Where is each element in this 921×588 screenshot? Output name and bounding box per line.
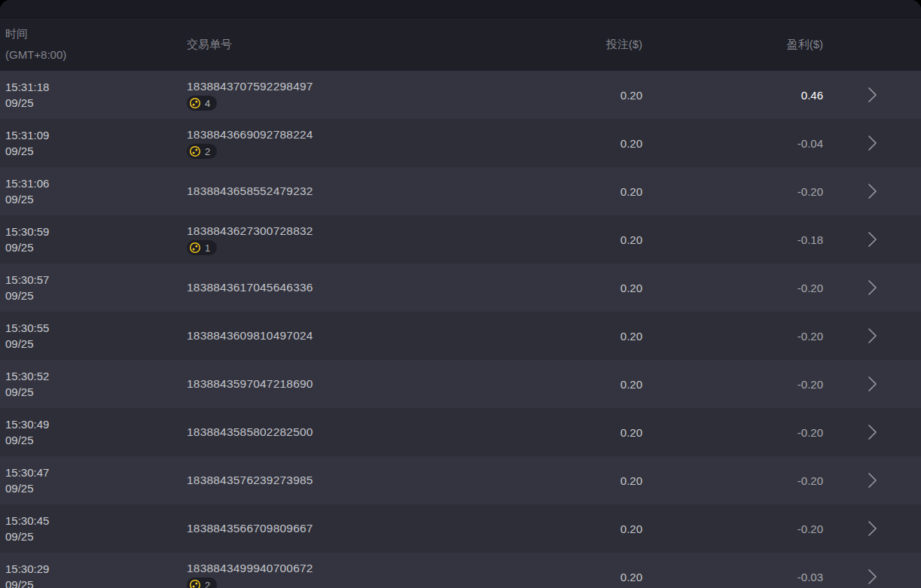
rounds-badge: 1 (187, 240, 217, 255)
chevron-right-icon (868, 183, 877, 200)
bet-amount: 0.20 (492, 137, 642, 150)
chevron-right-icon (868, 279, 877, 296)
profit-amount: -0.20 (642, 426, 823, 439)
row-detail-button[interactable] (823, 87, 921, 103)
rounds-count: 2 (205, 580, 210, 588)
order-cell: 1838843499940700672 2 (181, 561, 492, 588)
bet-amount: 0.20 (492, 330, 642, 343)
chevron-right-icon (868, 328, 877, 344)
column-header-time-line2: (GMT+8:00) (5, 44, 181, 66)
table-row[interactable]: 15:31:09 09/25 1838843669092788224 2 0.2… (0, 119, 921, 167)
rounds-badge: 2 (187, 144, 217, 159)
time-cell: 15:30:29 09/25 (0, 561, 181, 588)
profit-amount: -0.20 (642, 474, 823, 487)
table-row[interactable]: 15:30:49 09/25 1838843585802282500 0.20 … (0, 408, 921, 456)
row-detail-button[interactable] (823, 328, 921, 344)
profit-amount: -0.20 (642, 282, 823, 294)
rounds-icon (189, 579, 201, 588)
time-cell: 15:30:59 09/25 (0, 224, 181, 255)
row-detail-button[interactable] (823, 424, 921, 440)
order-id: 1838843585802282500 (187, 425, 492, 440)
date-value: 09/25 (5, 577, 181, 588)
profit-amount: -0.20 (642, 330, 823, 343)
order-cell: 1838843566709809667 (181, 521, 492, 536)
table-row[interactable]: 15:30:55 09/25 1838843609810497024 0.20 … (0, 312, 921, 360)
table-row[interactable]: 15:30:52 09/25 1838843597047218690 0.20 … (0, 360, 921, 408)
order-cell: 1838843627300728832 1 (181, 224, 492, 255)
order-id: 1838843566709809667 (187, 521, 492, 536)
date-value: 09/25 (5, 480, 181, 496)
date-value: 09/25 (5, 239, 181, 255)
order-cell: 1838843585802282500 (181, 425, 492, 440)
time-value: 15:30:45 (5, 513, 181, 529)
profit-amount: -0.04 (642, 137, 823, 150)
order-id: 1838843707592298497 (187, 79, 492, 94)
profit-amount: 0.46 (642, 89, 823, 102)
date-value: 09/25 (5, 336, 181, 352)
time-value: 15:30:29 (5, 561, 181, 577)
time-cell: 15:30:47 09/25 (0, 465, 181, 496)
time-value: 15:30:47 (5, 465, 181, 480)
order-cell: 1838843669092788224 2 (181, 127, 492, 159)
row-detail-button[interactable] (823, 376, 921, 392)
order-cell: 1838843617045646336 (181, 280, 492, 295)
bet-amount: 0.20 (492, 185, 642, 198)
row-detail-button[interactable] (823, 231, 921, 248)
row-detail-button[interactable] (823, 472, 921, 489)
history-panel: 时间 (GMT+8:00) 交易单号 投注($) 盈利($) 15:31:18 … (0, 0, 921, 588)
chevron-right-icon (868, 87, 877, 103)
column-header-order: 交易单号 (181, 38, 492, 52)
time-value: 15:31:09 (5, 127, 181, 143)
bet-amount: 0.20 (492, 233, 642, 246)
order-id: 1838843597047218690 (187, 376, 492, 391)
table-row[interactable]: 15:31:18 09/25 1838843707592298497 4 0.2… (0, 71, 921, 119)
table-row[interactable]: 15:30:45 09/25 1838843566709809667 0.20 … (0, 504, 921, 553)
row-detail-button[interactable] (823, 135, 921, 151)
chevron-right-icon (868, 472, 877, 489)
row-detail-button[interactable] (823, 183, 921, 200)
bet-amount: 0.20 (492, 282, 642, 294)
table-row[interactable]: 15:30:29 09/25 1838843499940700672 2 0.2… (0, 553, 921, 588)
table-row[interactable]: 15:30:57 09/25 1838843617045646336 0.20 … (0, 264, 921, 312)
chevron-right-icon (868, 568, 877, 585)
date-value: 09/25 (5, 95, 181, 111)
time-value: 15:31:06 (5, 175, 181, 191)
time-cell: 15:30:52 09/25 (0, 368, 181, 400)
chevron-right-icon (868, 231, 877, 248)
table-body: 15:31:18 09/25 1838843707592298497 4 0.2… (0, 71, 921, 588)
date-value: 09/25 (5, 143, 181, 159)
rounds-icon (189, 242, 201, 254)
rounds-count: 4 (205, 98, 210, 109)
time-cell: 15:30:55 09/25 (0, 320, 181, 352)
rounds-badge: 4 (187, 96, 217, 111)
rounds-icon (189, 97, 201, 109)
table-row[interactable]: 15:30:59 09/25 1838843627300728832 1 0.2… (0, 215, 921, 264)
time-value: 15:31:18 (5, 79, 181, 95)
chevron-right-icon (868, 376, 877, 392)
row-detail-button[interactable] (823, 279, 921, 296)
profit-amount: -0.20 (642, 378, 823, 391)
order-cell: 1838843658552479232 (181, 184, 492, 199)
time-cell: 15:30:45 09/25 (0, 513, 181, 544)
time-value: 15:30:52 (5, 368, 181, 384)
table-header: 时间 (GMT+8:00) 交易单号 投注($) 盈利($) (0, 18, 921, 71)
time-value: 15:30:49 (5, 416, 181, 432)
order-id: 1838843617045646336 (187, 280, 492, 295)
profit-amount: -0.20 (642, 522, 823, 535)
order-cell: 1838843597047218690 (181, 376, 492, 391)
date-value: 09/25 (5, 432, 181, 448)
table-row[interactable]: 15:30:47 09/25 1838843576239273985 0.20 … (0, 456, 921, 504)
order-cell: 1838843576239273985 (181, 473, 492, 488)
time-cell: 15:30:57 09/25 (0, 272, 181, 303)
date-value: 09/25 (5, 529, 181, 544)
chevron-right-icon (868, 520, 877, 537)
table-row[interactable]: 15:31:06 09/25 1838843658552479232 0.20 … (0, 167, 921, 215)
bet-amount: 0.20 (492, 378, 642, 391)
row-detail-button[interactable] (823, 520, 921, 537)
bet-amount: 0.20 (492, 89, 642, 102)
row-detail-button[interactable] (823, 568, 921, 585)
profit-amount: -0.20 (642, 185, 823, 198)
column-header-time-line1: 时间 (5, 23, 181, 44)
time-value: 15:30:59 (5, 224, 181, 239)
chevron-right-icon (868, 424, 877, 440)
